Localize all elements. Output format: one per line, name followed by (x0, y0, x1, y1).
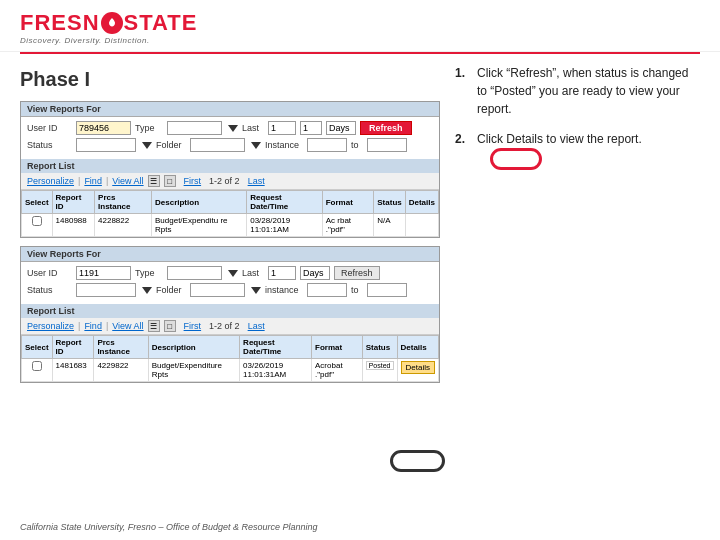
last-input-1[interactable] (268, 121, 296, 135)
folder-dropdown-icon-2[interactable] (251, 287, 261, 294)
find-link-2[interactable]: Find (84, 321, 102, 331)
folder-dropdown-icon-1[interactable] (251, 142, 261, 149)
row1-status-2: Posted (362, 359, 397, 382)
right-panel: 1. Click “Refresh”, when status is chang… (450, 64, 700, 391)
col-status-2: Status (362, 336, 397, 359)
type-dropdown-icon-2[interactable] (228, 270, 238, 277)
to-input-2[interactable] (367, 283, 407, 297)
col-reportid-2: Report ID (52, 336, 94, 359)
status-input-1[interactable] (76, 138, 136, 152)
circle-annotation-details (390, 450, 445, 472)
last-input-2[interactable] (268, 266, 296, 280)
col-status-1: Status (374, 191, 405, 214)
logo-tagline: Discovery. Diversity. Distinction. (20, 36, 197, 45)
panel2-row2: Status Folder instance to (27, 283, 433, 297)
panel1-row1: User ID Type Last Refresh (27, 121, 433, 135)
col-select-1: Select (22, 191, 53, 214)
step2-text: Click Details to view the report. (477, 130, 642, 148)
row1-reportid-2: 1481683 (52, 359, 94, 382)
reportlist2-toolbar: Personalize | Find | View All ☰ □ First … (21, 318, 439, 335)
step2-num: 2. (455, 130, 471, 148)
row1-format-1: Ac rbat ."pdf" (322, 214, 374, 237)
folder-label-2: Folder (156, 285, 186, 295)
status-label-1: Status (27, 140, 72, 150)
pagination-info-1: 1-2 of 2 (209, 176, 240, 186)
days-input-1[interactable] (326, 121, 356, 135)
view-reports-panel-1: View Reports For User ID Type Last Refre… (20, 101, 440, 238)
userid-input-1[interactable] (76, 121, 131, 135)
find-link-1[interactable]: Find (84, 176, 102, 186)
sep2: | (106, 176, 108, 186)
row1-reportid-1: 1480988 (52, 214, 94, 237)
instructions-list: 1. Click “Refresh”, when status is chang… (455, 64, 700, 148)
step1-num: 1. (455, 64, 471, 82)
status-dropdown-icon-2[interactable] (142, 287, 152, 294)
col-select-2: Select (22, 336, 53, 359)
row1-format-2: Acrobat ."pdf" (312, 359, 363, 382)
row1-details-2[interactable]: Details (397, 359, 439, 382)
step1-text: Click “Refresh”, when status is changed … (477, 64, 700, 118)
pagination-first-1[interactable]: First (184, 176, 202, 186)
reportlist1-toolbar: Personalize | Find | View All ☰ □ First … (21, 173, 439, 190)
type-dropdown-icon-1[interactable] (228, 125, 238, 132)
type-input-2[interactable] (167, 266, 222, 280)
to-label-2: to (351, 285, 363, 295)
col-prcs-1: Prcs Instance (95, 191, 152, 214)
report-table-2: Select Report ID Prcs Instance Descripti… (21, 335, 439, 382)
page-title: Phase I (20, 68, 440, 91)
status-input-2[interactable] (76, 283, 136, 297)
instruction-step-1: 1. Click “Refresh”, when status is chang… (455, 64, 700, 118)
userid-input-2[interactable] (76, 266, 131, 280)
row1-checkbox-1[interactable] (22, 214, 53, 237)
instance-input-1[interactable] (307, 138, 347, 152)
col-reportid-1: Report ID (52, 191, 94, 214)
main-content: Phase I View Reports For User ID Type La… (0, 54, 720, 401)
personalize-link-2[interactable]: Personalize (27, 321, 74, 331)
viewall-link-1[interactable]: View All (112, 176, 143, 186)
reportlist1-header: Report List (21, 159, 439, 173)
refresh-button-1[interactable]: Refresh (360, 121, 412, 135)
type-label-1: Type (135, 123, 163, 133)
folder-input-2[interactable] (190, 283, 245, 297)
details-button[interactable]: Details (401, 361, 435, 374)
num-input-1[interactable] (300, 121, 322, 135)
col-datetime-1: Request Date/Time (247, 191, 323, 214)
row1-prcs-2: 4229822 (94, 359, 148, 382)
instance-input-2[interactable] (307, 283, 347, 297)
status-dropdown-icon-1[interactable] (142, 142, 152, 149)
folder-label-1: Folder (156, 140, 186, 150)
personalize-link-1[interactable]: Personalize (27, 176, 74, 186)
type-input-1[interactable] (167, 121, 222, 135)
pagination-last-1[interactable]: Last (248, 176, 265, 186)
instruction-step-2: 2. Click Details to view the report. (455, 130, 700, 148)
pagination-first-2[interactable]: First (184, 321, 202, 331)
row1-details-1 (405, 214, 438, 237)
row1-status-1: N/A (374, 214, 405, 237)
last-label-1: Last (242, 123, 264, 133)
toolbar-icon-2b[interactable]: □ (164, 320, 176, 332)
toolbar-icon-1b[interactable]: □ (164, 175, 176, 187)
status-badge: Posted (366, 361, 394, 370)
viewall-link-2[interactable]: View All (112, 321, 143, 331)
pagination-last-2[interactable]: Last (248, 321, 265, 331)
panel2-header: View Reports For (21, 247, 439, 262)
folder-input-1[interactable] (190, 138, 245, 152)
footer: California State University, Fresno – Of… (20, 522, 317, 532)
table-row: 1481683 4229822 Budget/Expenditure Rpts … (22, 359, 439, 382)
type-label-2: Type (135, 268, 163, 278)
col-desc-1: Description (152, 191, 247, 214)
logo-state: STATE (124, 10, 198, 36)
toolbar-icon-1a[interactable]: ☰ (148, 175, 160, 187)
footer-text: California State University, Fresno – Of… (20, 522, 317, 532)
row1-prcs-1: 4228822 (95, 214, 152, 237)
toolbar-icon-2a[interactable]: ☰ (148, 320, 160, 332)
refresh-button-2[interactable]: Refresh (334, 266, 380, 280)
to-input-1[interactable] (367, 138, 407, 152)
logo-dot-icon (101, 12, 123, 34)
days-input-2[interactable] (300, 266, 330, 280)
row1-checkbox-2[interactable] (22, 359, 53, 382)
row1-desc-1: Budget/Expenditu re Rpts (152, 214, 247, 237)
to-label-1: to (351, 140, 363, 150)
left-panel: Phase I View Reports For User ID Type La… (20, 64, 440, 391)
userid-label-2: User ID (27, 268, 72, 278)
